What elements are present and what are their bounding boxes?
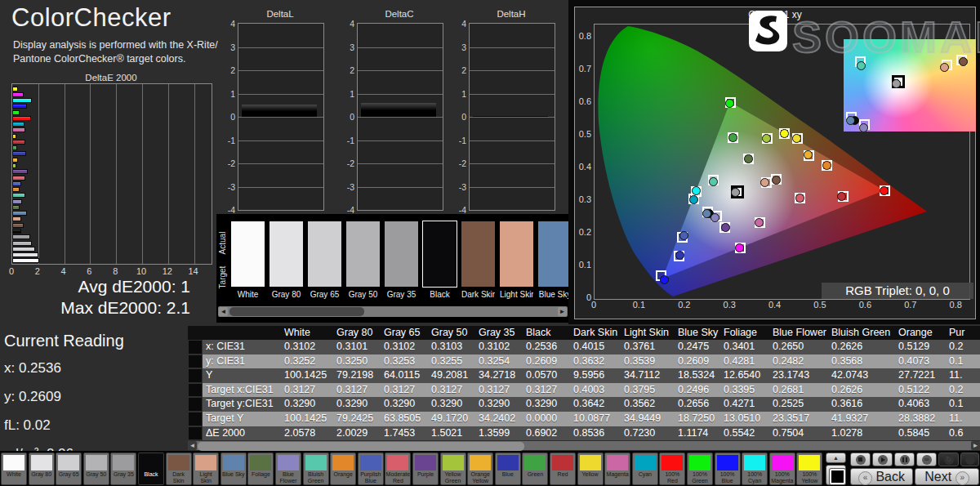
swatch-black[interactable] <box>423 221 457 287</box>
gridline <box>358 70 443 71</box>
cie-point-purplish-blue <box>679 231 688 240</box>
measurement-table: WhiteGray 80Gray 65Gray 50Gray 35BlackDa… <box>188 326 980 441</box>
patch-tile-dark-skin[interactable]: Dark Skin <box>166 453 192 485</box>
soomal-logo-icon <box>749 11 787 51</box>
patch-tile-100-green[interactable]: 100% Green <box>687 453 713 485</box>
y-tick-label: 1 <box>222 89 235 99</box>
gridline <box>90 84 91 264</box>
patch-label: 100% Red <box>660 471 684 484</box>
patch-tile-yellow-green[interactable]: Yellow Green <box>440 453 466 485</box>
y-tick-label: -1 <box>453 136 466 145</box>
patch-tile-yellow[interactable]: Yellow <box>577 453 604 485</box>
patch-tile-gray-80[interactable]: Gray 80 <box>29 453 55 485</box>
patch-label: 100% Yellow <box>797 471 822 484</box>
gridline <box>116 84 117 264</box>
row-selector[interactable] <box>188 340 203 354</box>
cell: 0.3103 <box>428 340 475 354</box>
patch-tile-100-red[interactable]: 100% Red <box>659 453 685 485</box>
swatch-light-skin[interactable] <box>500 221 533 287</box>
patch-tile-light-skin[interactable]: Light Skin <box>193 453 219 485</box>
stop-button[interactable] <box>850 453 871 466</box>
scroll-right-icon[interactable]: ► <box>971 441 980 450</box>
cell: 79.2198 <box>333 368 381 383</box>
patch-tile-red[interactable]: Red <box>550 453 576 485</box>
row-selector[interactable] <box>188 383 203 398</box>
eject-button[interactable]: ▲ <box>826 453 846 463</box>
loop-button[interactable]: ∞ <box>916 453 937 466</box>
cell: 0.8536 <box>570 426 621 441</box>
loop-icon: ∞ <box>922 455 932 465</box>
patch-tile-cyan[interactable]: Cyan <box>632 453 658 485</box>
gridline <box>168 84 169 264</box>
scrollbar-thumb[interactable] <box>198 442 524 451</box>
patch-tile-foliage[interactable]: Foliage <box>247 453 274 485</box>
patch-tile-purplish-blue[interactable]: Purplish Blue <box>358 453 384 485</box>
y-tick-label: 3 <box>341 42 354 52</box>
patch-tile-magenta[interactable]: Magenta <box>604 453 630 485</box>
patch-label: Gray 65 <box>56 471 81 478</box>
swatch-gray-50[interactable] <box>346 221 380 287</box>
deltae-bar-orange <box>12 187 20 192</box>
pattern-window-button[interactable] <box>826 465 846 485</box>
patch-tile-bluish-green[interactable]: Bluish Green <box>303 453 329 485</box>
patch-label: Purplish Blue <box>359 471 383 484</box>
cell: 1.5021 <box>428 426 475 441</box>
scroll-right-icon[interactable]: ► <box>558 307 567 316</box>
cell: 0.3539 <box>621 354 675 369</box>
row-selector[interactable] <box>188 397 203 412</box>
patch-tile-100-blue[interactable]: 100% Blue <box>715 453 741 485</box>
patch-tile-green[interactable]: Green <box>522 453 548 485</box>
deltae-bar-orange-yellow <box>12 158 18 163</box>
patch-tile-100-magenta[interactable]: 100% Magenta <box>769 453 795 485</box>
extra-button[interactable] <box>960 453 979 466</box>
scroll-left-icon[interactable]: ◄ <box>188 441 197 450</box>
patch-tile-moderate-red[interactable]: Moderate Red <box>385 453 411 485</box>
gridline <box>142 84 143 264</box>
swatch-label: Blue Sky <box>538 290 570 299</box>
reading-y: y: 0.2609 <box>4 389 124 405</box>
row-selector[interactable] <box>188 354 203 369</box>
cell: 0.2656 <box>675 397 720 412</box>
patch-tile-gray-65[interactable]: Gray 65 <box>56 453 82 485</box>
patch-tile-100-cyan[interactable]: 100% Cyan <box>742 453 768 485</box>
gridline <box>238 187 323 188</box>
patch-tile-white[interactable]: White <box>1 453 27 485</box>
patch-tile-blue[interactable]: Blue <box>495 453 521 485</box>
row-selector[interactable] <box>188 426 203 441</box>
scroll-left-icon[interactable]: ◄ <box>219 307 228 316</box>
patch-tile-gray-50[interactable]: Gray 50 <box>83 453 109 485</box>
patch-color <box>58 455 79 470</box>
swatch-panel-scrollbar[interactable]: ◄ ► <box>218 306 568 317</box>
patch-tile-orange-yellow[interactable]: Orange Yellow <box>467 453 493 485</box>
patch-tile-blue-sky[interactable]: Blue Sky <box>220 453 247 485</box>
patch-tile-black[interactable]: Black <box>138 453 164 485</box>
refresh-button[interactable]: ↻ <box>938 453 959 466</box>
cell: 11. <box>946 412 980 426</box>
back-button[interactable]: « Back <box>850 468 913 485</box>
swatch-blue-sky[interactable] <box>538 221 570 287</box>
swatch-white[interactable] <box>231 221 265 287</box>
deltae-bar-magenta <box>12 127 25 132</box>
swatch-gray-35[interactable] <box>385 221 418 287</box>
patch-tile-gray-35[interactable]: Gray 35 <box>110 453 136 485</box>
pause-button[interactable] <box>894 453 915 466</box>
table-scrollbar[interactable]: ◄ ► <box>188 441 980 450</box>
row-selector[interactable] <box>188 412 203 426</box>
swatch-gray-80[interactable] <box>270 221 303 287</box>
patch-label: White <box>2 471 26 478</box>
scrollbar-thumb[interactable] <box>229 307 364 316</box>
cell: 79.2425 <box>333 412 381 426</box>
patch-tile-purple[interactable]: Purple <box>412 453 439 485</box>
play-button[interactable] <box>872 453 893 466</box>
y-tick-label: 4 <box>453 19 466 29</box>
cell: 0.3642 <box>570 397 621 412</box>
row-selector[interactable] <box>188 368 203 383</box>
patch-tile-blue-flower[interactable]: Blue Flower <box>275 453 301 485</box>
patch-tile-100-yellow[interactable]: 100% Yellow <box>796 453 822 485</box>
col-header: Dark Skin <box>570 326 621 340</box>
patch-tile-orange[interactable]: Orange <box>330 453 356 485</box>
next-button[interactable]: Next » <box>915 468 979 485</box>
patch-color <box>717 455 738 470</box>
swatch-gray-65[interactable] <box>308 221 341 287</box>
swatch-dark-skin[interactable] <box>461 221 495 287</box>
